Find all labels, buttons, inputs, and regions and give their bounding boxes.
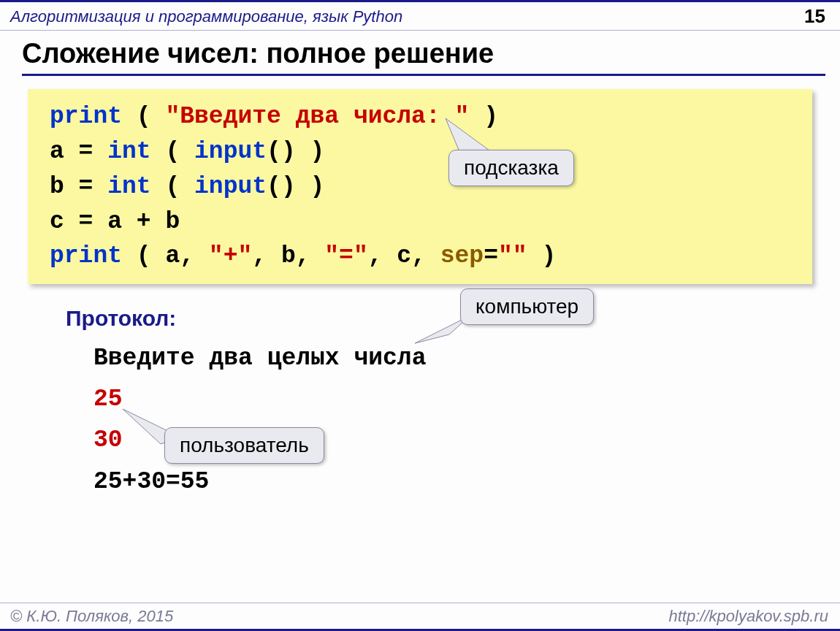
kw-input: input	[194, 173, 267, 200]
protocol-prompt: Введите два целых числа	[93, 345, 426, 372]
footer-bar: © К.Ю. Поляков, 2015 http://kpolyakov.sp…	[0, 603, 840, 631]
kw-print: print	[50, 242, 122, 269]
code-line-assign: c = a + b	[50, 208, 180, 235]
kw-int: int	[107, 138, 150, 165]
kw-int: int	[107, 173, 150, 200]
page-number: 15	[804, 5, 825, 28]
kw-input: input	[194, 138, 267, 165]
callout-computer: компьютер	[460, 288, 594, 325]
string-literal: "Введите два числа: "	[165, 103, 469, 130]
kw-sep: sep	[440, 242, 484, 269]
svg-marker-0	[446, 118, 489, 153]
callout-user: пользователь	[164, 427, 324, 464]
slide-title: Сложение чисел: полное решение	[22, 38, 825, 76]
footer-copyright: © К.Ю. Поляков, 2015	[10, 607, 173, 626]
protocol-body: Введите два целых числа 25 30 25+30=55	[93, 338, 840, 502]
code-block: print ( "Введите два числа: " ) a = int …	[28, 89, 812, 284]
callout-hint: подсказка	[448, 150, 574, 186]
course-title: Алгоритмизация и программирование, язык …	[10, 7, 402, 26]
kw-print: print	[50, 103, 122, 130]
protocol-result: 25+30=55	[93, 468, 209, 495]
footer-url: http://kpolyakov.spb.ru	[669, 607, 829, 626]
header-bar: Алгоритмизация и программирование, язык …	[0, 0, 840, 31]
